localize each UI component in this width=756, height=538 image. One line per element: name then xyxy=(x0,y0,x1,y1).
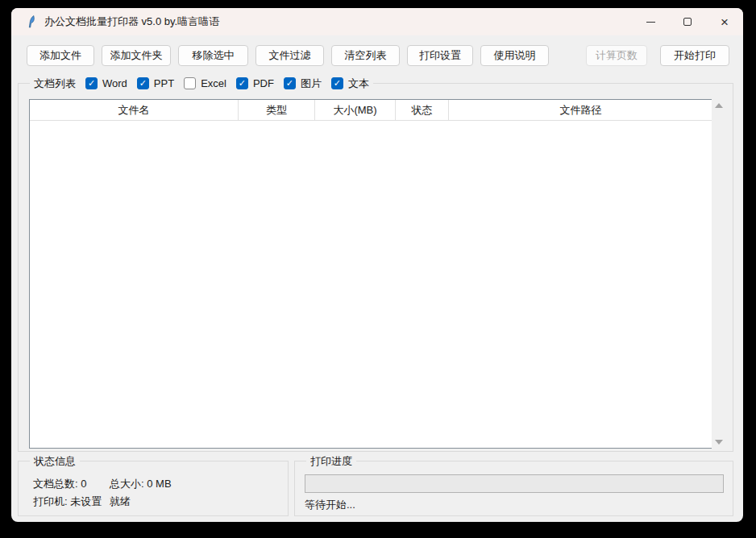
checkbox-box-icon xyxy=(85,77,98,89)
file-table: 文件名 类型 大小(MB) 状态 文件路径 xyxy=(29,99,713,449)
checkbox-box-icon xyxy=(284,77,296,89)
scroll-down-button[interactable] xyxy=(712,436,726,449)
clear-list-button[interactable]: 清空列表 xyxy=(331,45,400,66)
progress-bar xyxy=(305,474,724,493)
print-progress-label: 打印进度 xyxy=(310,454,352,468)
column-header-filename[interactable]: 文件名 xyxy=(30,100,239,120)
document-list-caption-row: 文档列表 Word PPT Excel PDF xyxy=(30,77,373,90)
print-progress-group: 打印进度 等待开始... xyxy=(294,461,733,516)
window-title: 办公文档批量打印器 v5.0 by.喵言喵语 xyxy=(44,14,219,29)
doc-count-text: 文档总数: 0 xyxy=(33,477,110,491)
file-table-body[interactable] xyxy=(30,121,712,448)
checkbox-box-icon xyxy=(137,77,149,89)
vertical-scrollbar[interactable] xyxy=(712,99,726,449)
checkbox-box-icon xyxy=(331,77,343,89)
column-header-status[interactable]: 状态 xyxy=(396,100,449,120)
remove-selected-button[interactable]: 移除选中 xyxy=(178,45,248,66)
filter-checkbox-word[interactable]: Word xyxy=(85,77,127,90)
start-print-button[interactable]: 开始打印 xyxy=(660,45,729,66)
status-info-label: 状态信息 xyxy=(34,454,76,468)
scroll-down-icon xyxy=(715,440,723,445)
scroll-up-icon xyxy=(715,103,723,108)
maximize-button[interactable] xyxy=(669,8,706,35)
toolbar: 添加文件 添加文件夹 移除选中 文件过滤 清空列表 打印设置 使用说明 计算页数… xyxy=(11,45,743,66)
print-progress-caption: 打印进度 xyxy=(306,454,356,468)
app-feather-icon xyxy=(26,15,37,28)
total-size-text: 总大小: 0 MB xyxy=(110,477,172,491)
column-header-type[interactable]: 类型 xyxy=(239,100,315,120)
close-icon: × xyxy=(721,15,729,29)
document-list-label: 文档列表 xyxy=(34,77,76,90)
column-header-size[interactable]: 大小(MB) xyxy=(315,100,396,120)
filter-checkbox-excel[interactable]: Excel xyxy=(184,77,226,90)
file-table-header: 文件名 类型 大小(MB) 状态 文件路径 xyxy=(30,100,712,121)
progress-status-text: 等待开始... xyxy=(305,498,355,512)
scroll-up-button[interactable] xyxy=(712,99,726,112)
checkbox-box-icon xyxy=(184,77,196,89)
filter-checkbox-text[interactable]: 文本 xyxy=(331,77,369,90)
app-window: 办公文档批量打印器 v5.0 by.喵言喵语 × 添加文件 添加文件夹 移除选中… xyxy=(11,8,743,522)
column-header-filepath[interactable]: 文件路径 xyxy=(449,100,712,120)
status-info-caption: 状态信息 xyxy=(30,454,80,468)
add-folder-button[interactable]: 添加文件夹 xyxy=(102,45,171,66)
document-list-group: 文档列表 Word PPT Excel PDF xyxy=(18,83,733,452)
calc-pages-button: 计算页数 xyxy=(586,45,647,66)
status-grid: 文档总数: 0 总大小: 0 MB 打印机: 未设置 就绪 xyxy=(33,475,172,511)
checkbox-box-icon xyxy=(236,77,248,89)
ready-text: 就绪 xyxy=(110,495,131,509)
maximize-icon xyxy=(683,18,692,26)
screen: 办公文档批量打印器 v5.0 by.喵言喵语 × 添加文件 添加文件夹 移除选中… xyxy=(0,0,756,538)
minimize-button[interactable] xyxy=(632,8,669,35)
add-file-button[interactable]: 添加文件 xyxy=(27,45,94,66)
filter-checkbox-image[interactable]: 图片 xyxy=(284,77,322,90)
minimize-icon xyxy=(646,22,655,23)
window-controls: × xyxy=(632,8,743,35)
status-info-group: 状态信息 文档总数: 0 总大小: 0 MB 打印机: 未设置 就绪 xyxy=(18,461,289,516)
print-settings-button[interactable]: 打印设置 xyxy=(407,45,473,66)
help-button[interactable]: 使用说明 xyxy=(480,45,549,66)
close-button[interactable]: × xyxy=(706,8,743,35)
title-bar[interactable]: 办公文档批量打印器 v5.0 by.喵言喵语 × xyxy=(11,8,743,35)
filter-checkbox-pdf[interactable]: PDF xyxy=(236,77,274,90)
filter-checkbox-ppt[interactable]: PPT xyxy=(137,77,174,90)
printer-text: 打印机: 未设置 xyxy=(33,495,110,509)
file-filter-button[interactable]: 文件过滤 xyxy=(255,45,324,66)
